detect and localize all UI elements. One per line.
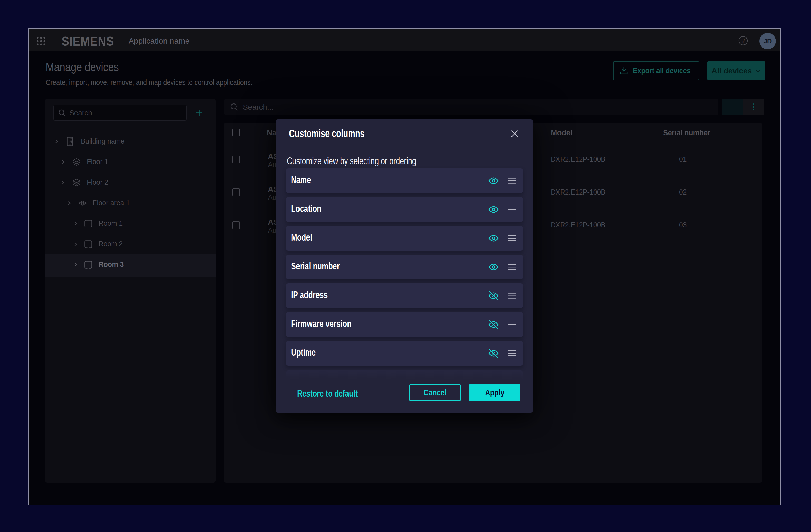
svg-text:?: ? [741,37,745,44]
